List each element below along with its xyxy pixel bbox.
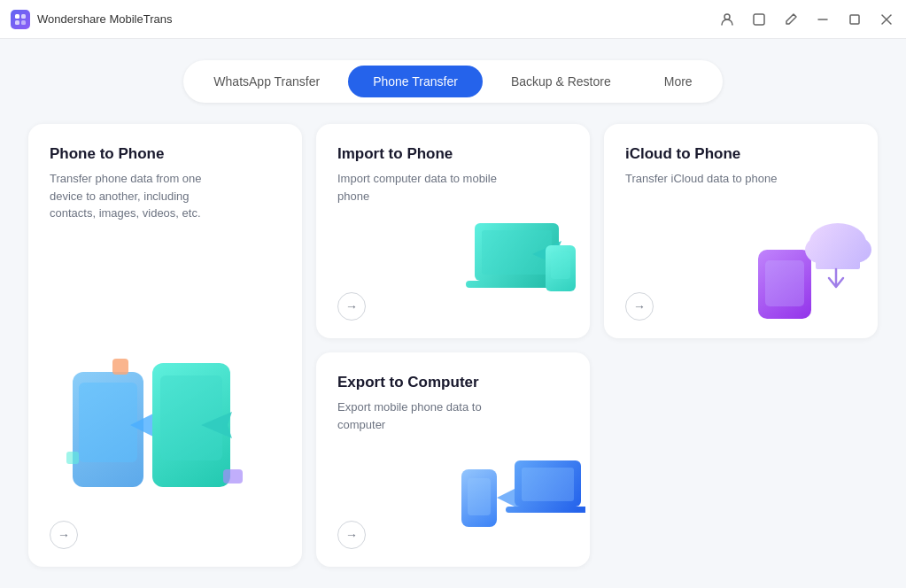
card-arrow[interactable]: →: [337, 521, 366, 549]
card-phone-to-phone[interactable]: Phone to Phone Transfer phone data from …: [28, 124, 302, 567]
card-title: Import to Phone: [337, 145, 569, 163]
card-desc: Transfer iCloud data to phone: [625, 170, 785, 188]
svg-rect-29: [468, 478, 491, 515]
card-export-to-computer[interactable]: Export to Computer Export mobile phone d…: [316, 352, 590, 567]
svg-rect-1: [21, 14, 26, 19]
tab-backup[interactable]: Backup & Restore: [486, 66, 636, 97]
app-name: Wondershare MobileTrans: [37, 12, 172, 26]
cards-grid: Phone to Phone Transfer phone data from …: [28, 124, 878, 567]
tab-phone[interactable]: Phone Transfer: [348, 66, 483, 97]
app-info: Wondershare MobileTrans: [11, 10, 172, 29]
svg-rect-32: [506, 507, 585, 513]
nav-tabs: WhatsApp Transfer Phone Transfer Backup …: [183, 60, 722, 103]
card-title: Export to Computer: [337, 374, 569, 391]
card-desc: Export mobile phone data to computer: [337, 398, 497, 433]
tab-whatsapp[interactable]: WhatsApp Transfer: [189, 66, 345, 97]
card-title: Phone to Phone: [50, 145, 281, 163]
svg-rect-7: [850, 15, 859, 24]
svg-rect-2: [15, 20, 19, 25]
svg-rect-11: [79, 383, 137, 462]
card-icloud-to-phone[interactable]: iCloud to Phone Transfer iCloud data to …: [604, 124, 878, 338]
tab-more[interactable]: More: [639, 66, 717, 97]
card-arrow[interactable]: →: [337, 292, 366, 321]
export-illustration: [457, 443, 581, 558]
card-desc: Import computer data to mobile phone: [337, 170, 497, 205]
svg-rect-0: [15, 14, 19, 19]
svg-rect-5: [754, 14, 764, 25]
card-title: iCloud to Phone: [625, 145, 856, 163]
card-arrow[interactable]: →: [625, 292, 654, 321]
import-illustration: [466, 205, 581, 312]
window-button[interactable]: [750, 11, 768, 28]
svg-rect-15: [223, 469, 243, 484]
svg-rect-16: [66, 452, 79, 464]
icloud-illustration: [754, 205, 869, 321]
app-icon: [11, 10, 30, 29]
svg-point-4: [724, 14, 730, 19]
window-controls: [718, 11, 895, 28]
close-button[interactable]: [878, 11, 895, 28]
svg-rect-31: [522, 468, 574, 501]
main-content: WhatsApp Transfer Phone Transfer Backup …: [0, 39, 906, 588]
svg-rect-23: [765, 260, 804, 306]
minimize-button[interactable]: [814, 11, 832, 28]
svg-rect-14: [112, 359, 128, 375]
svg-rect-21: [551, 252, 570, 279]
title-bar: Wondershare MobileTrans: [0, 0, 906, 39]
person-button[interactable]: [718, 11, 736, 28]
card-import-to-phone[interactable]: Import to Phone Import computer data to …: [316, 124, 590, 338]
svg-rect-27: [816, 250, 860, 269]
phone-to-phone-illustration: [59, 345, 272, 514]
svg-rect-3: [21, 20, 26, 25]
edit-button[interactable]: [782, 11, 800, 28]
card-arrow[interactable]: →: [50, 521, 78, 549]
card-desc: Transfer phone data from one device to a…: [50, 170, 209, 222]
maximize-button[interactable]: [846, 11, 863, 28]
svg-rect-13: [160, 375, 222, 460]
